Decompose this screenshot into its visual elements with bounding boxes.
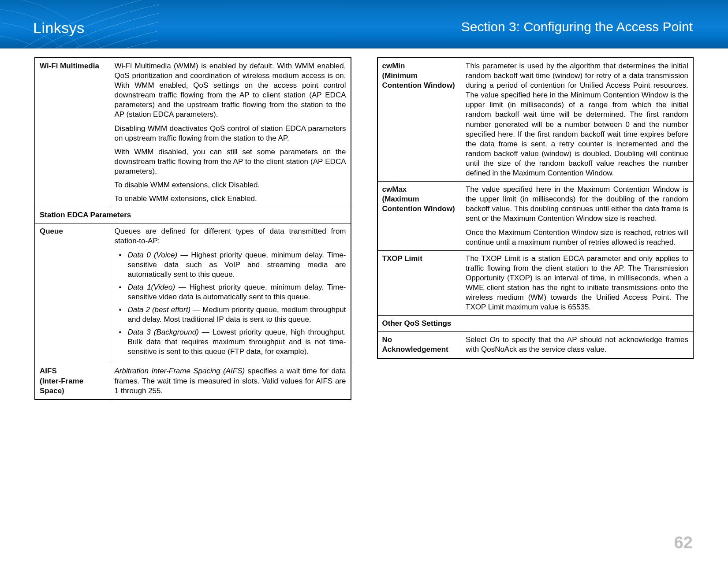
paragraph: The value specified here in the Maximum … bbox=[466, 185, 688, 223]
svg-point-3 bbox=[0, 35, 97, 48]
list-lead: Data 0 (Voice) — bbox=[128, 251, 191, 259]
section-heading: Station EDCA Parameters bbox=[35, 207, 351, 223]
brand-label: Linksys bbox=[33, 19, 85, 37]
table-row: cwMin (Minimum Contention Window) This p… bbox=[377, 58, 694, 182]
label-line: (Maximum Contention Window) bbox=[382, 194, 457, 214]
paragraph: Arbitration Inter-Frame Spacing (AIFS) s… bbox=[115, 366, 346, 395]
list-item: Data 0 (Voice) — Highest priority queue,… bbox=[117, 250, 346, 279]
list-item: Data 1(Video) — Highest priority queue, … bbox=[117, 283, 346, 302]
label-line: Acknowledgement bbox=[382, 345, 457, 354]
paragraph: Once the Maximum Contention Window size … bbox=[466, 228, 688, 247]
param-label: cwMax (Maximum Contention Window) bbox=[377, 182, 461, 251]
param-label: Wi-Fi Multimedia bbox=[35, 58, 110, 207]
param-desc: This parameter is used by the algorithm … bbox=[461, 58, 694, 182]
wmm-table: Wi-Fi Multimedia Wi-Fi Multimedia (WMM) … bbox=[34, 57, 351, 400]
list-lead: Data 1(Video) — bbox=[128, 283, 190, 291]
page-content: Wi-Fi Multimedia Wi-Fi Multimedia (WMM) … bbox=[34, 57, 694, 531]
paragraph: This parameter is used by the algorithm … bbox=[466, 61, 688, 178]
italic-lead: On bbox=[489, 335, 500, 344]
table-row: cwMax (Maximum Contention Window) The va… bbox=[377, 182, 694, 251]
table-section-row: Station EDCA Parameters bbox=[35, 207, 351, 223]
param-desc: Queues are defined for different types o… bbox=[110, 223, 351, 363]
param-desc: Wi-Fi Multimedia (WMM) is enabled by def… bbox=[110, 58, 351, 207]
paragraph: Disabling WMM deactivates QoS control of… bbox=[115, 124, 346, 143]
param-label: cwMin (Minimum Contention Window) bbox=[377, 58, 461, 182]
italic-lead: Arbitration Inter-Frame Spacing (AIFS) bbox=[115, 367, 245, 375]
label-line: cwMax bbox=[382, 185, 457, 194]
page-number: 62 bbox=[674, 533, 693, 552]
table-row: Wi-Fi Multimedia Wi-Fi Multimedia (WMM) … bbox=[35, 58, 351, 207]
param-label: AIFS (Inter-Frame Space) bbox=[35, 363, 110, 399]
paragraph: Queues are defined for different types o… bbox=[115, 227, 346, 246]
edca-table: cwMin (Minimum Contention Window) This p… bbox=[377, 57, 694, 359]
param-label: Queue bbox=[35, 223, 110, 363]
paragraph: With WMM disabled, you can still set som… bbox=[115, 147, 346, 176]
left-column: Wi-Fi Multimedia Wi-Fi Multimedia (WMM) … bbox=[34, 57, 351, 531]
section-heading: Other QoS Settings bbox=[377, 316, 694, 332]
table-row: Queue Queues are defined for different t… bbox=[35, 223, 351, 363]
paragraph: Select On to specify that the AP should … bbox=[466, 335, 688, 354]
paragraph: The TXOP Limit is a station EDCA paramet… bbox=[466, 254, 688, 313]
table-row: TXOP Limit The TXOP Limit is a station E… bbox=[377, 250, 694, 316]
label-line: AIFS bbox=[40, 366, 105, 376]
table-row: No Acknowledgement Select On to specify … bbox=[377, 332, 694, 358]
label-line: (Minimum Contention Window) bbox=[382, 71, 457, 90]
table-row: AIFS (Inter-Frame Space) Arbitration Int… bbox=[35, 363, 351, 399]
text: Select bbox=[466, 335, 489, 344]
label-line: cwMin bbox=[382, 61, 457, 71]
param-label: TXOP Limit bbox=[377, 250, 461, 316]
label-line: (Inter-Frame Space) bbox=[40, 376, 105, 396]
param-desc: The TXOP Limit is a station EDCA paramet… bbox=[461, 250, 694, 316]
list-lead: Data 3 (Background) — bbox=[128, 328, 213, 336]
table-section-row: Other QoS Settings bbox=[377, 316, 694, 332]
list-item: Data 3 (Background) — Lowest priority qu… bbox=[117, 328, 346, 357]
param-desc: Arbitration Inter-Frame Spacing (AIFS) s… bbox=[110, 363, 351, 399]
section-title: Section 3: Configuring the Access Point bbox=[461, 19, 693, 34]
page-banner: Linksys Section 3: Configuring the Acces… bbox=[0, 0, 728, 48]
list-lead: Data 2 (best effort) — bbox=[128, 305, 203, 314]
paragraph: To disable WMM extensions, click Disable… bbox=[115, 180, 346, 190]
queue-list: Data 0 (Voice) — Highest priority queue,… bbox=[115, 250, 346, 357]
paragraph: Wi-Fi Multimedia (WMM) is enabled by def… bbox=[115, 61, 346, 120]
param-desc: The value specified here in the Maximum … bbox=[461, 182, 694, 251]
label-line: No bbox=[382, 335, 457, 345]
list-item: Data 2 (best effort) — Medium priority q… bbox=[117, 305, 346, 324]
paragraph: To enable WMM extensions, click Enabled. bbox=[115, 194, 346, 204]
param-desc: Select On to specify that the AP should … bbox=[461, 332, 694, 358]
param-label: No Acknowledgement bbox=[377, 332, 461, 358]
right-column: cwMin (Minimum Contention Window) This p… bbox=[377, 57, 694, 531]
